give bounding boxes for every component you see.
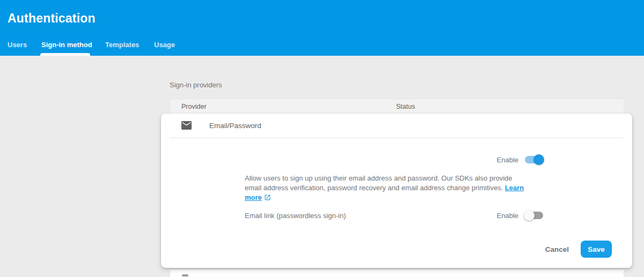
- email-link-label: Email link (passwordless sign-in): [245, 212, 497, 220]
- tab-sign-in-method[interactable]: Sign-in method: [41, 41, 92, 49]
- tab-usage[interactable]: Usage: [154, 41, 175, 49]
- email-password-enable-toggle[interactable]: [525, 154, 543, 165]
- page: Authentication Users Sign-in method Temp…: [0, 0, 644, 277]
- toggle-thumb: [533, 154, 544, 165]
- description-line-2: address verification, password recovery …: [264, 184, 505, 192]
- email-icon: [181, 121, 192, 130]
- divider: [170, 138, 624, 138]
- tab-templates[interactable]: Templates: [105, 41, 139, 49]
- external-link-icon[interactable]: [264, 194, 271, 201]
- email-link-row: Email link (passwordless sign-in) Enable: [245, 210, 543, 221]
- email-password-enable-row: Enable: [161, 154, 543, 165]
- cancel-button[interactable]: Cancel: [544, 243, 570, 256]
- app-header: Authentication Users Sign-in method Temp…: [0, 0, 644, 56]
- active-tab-indicator: [40, 53, 90, 56]
- column-header-status: Status: [396, 103, 415, 110]
- providers-table-next-row: [170, 270, 624, 277]
- enable-label: Enable: [497, 212, 518, 220]
- card-actions: Cancel Save: [544, 241, 612, 258]
- email-password-description: Allow users to sign up using their email…: [245, 174, 529, 203]
- toggle-thumb: [524, 210, 535, 221]
- column-header-provider: Provider: [181, 103, 207, 110]
- provider-name: Email/Password: [209, 122, 261, 130]
- providers-table-header: Provider Status: [170, 99, 624, 114]
- tab-users[interactable]: Users: [8, 41, 27, 49]
- page-title: Authentication: [8, 11, 96, 26]
- enable-label: Enable: [497, 156, 518, 164]
- email-password-provider-card: Email/Password Enable Allow users to sig…: [161, 114, 632, 268]
- save-button[interactable]: Save: [581, 241, 612, 258]
- section-label: Sign-in providers: [170, 81, 222, 89]
- next-provider-icon: [182, 274, 188, 276]
- provider-row-email-password[interactable]: Email/Password: [161, 114, 632, 138]
- email-link-enable-toggle[interactable]: [525, 210, 543, 221]
